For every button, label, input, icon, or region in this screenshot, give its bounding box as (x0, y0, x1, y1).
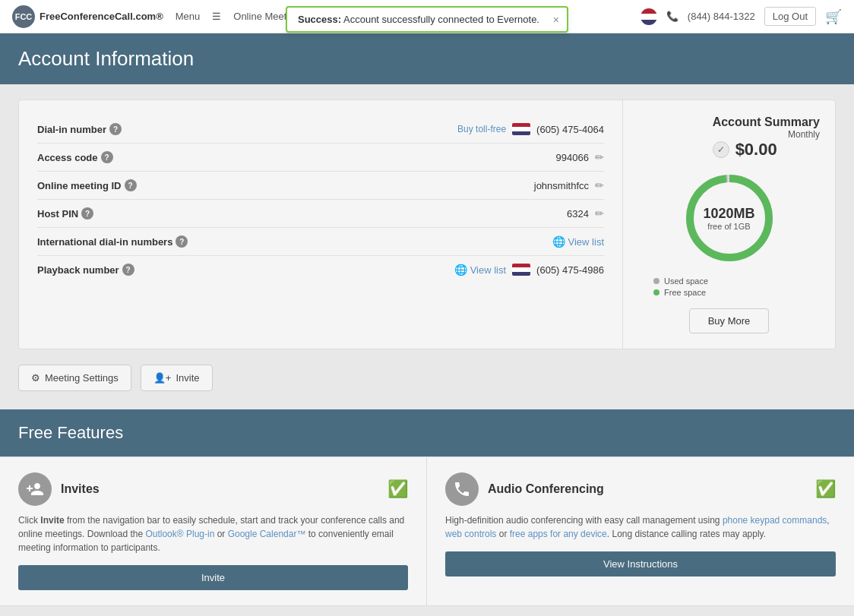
flag-icon (640, 8, 657, 25)
intl-view-list-link[interactable]: 🌐 View list (552, 235, 604, 248)
invites-check-icon: ✅ (387, 479, 408, 499)
playback-row: Playback number ? 🌐 View list (605) 475-… (37, 256, 604, 283)
used-legend-item: Used space (653, 276, 708, 286)
donut-label: 1020MB free of 1GB (703, 206, 754, 231)
meeting-settings-button[interactable]: ⚙ Meeting Settings (18, 365, 131, 391)
intl-label: International dial-in numbers ? (37, 235, 204, 248)
us-flag-playback-icon (512, 264, 530, 276)
logo-text: FreeConferenceCall.com® (40, 11, 163, 22)
access-code-value: 994066 ✏ (556, 151, 604, 163)
playback-view-list-link[interactable]: 🌐 View list (454, 264, 506, 276)
gear-icon: ⚙ (31, 372, 40, 384)
free-features-title: Free Features (18, 423, 836, 443)
online-meeting-edit-icon[interactable]: ✏ (595, 179, 604, 191)
invite-button[interactable]: 👤+ Invite (141, 365, 213, 391)
price-row: ✓ $0.00 (713, 140, 820, 160)
logo[interactable]: FCC FreeConferenceCall.com® (12, 5, 163, 28)
invites-title-area: Invites (18, 472, 100, 506)
page-title: Account Information (18, 47, 836, 71)
playback-label: Playback number ? (37, 264, 204, 276)
audio-desc: High-definition audio conferencing with … (445, 513, 836, 541)
invites-desc: Click Invite from the navigation bar to … (18, 513, 408, 554)
online-meeting-id-value: johnsmithfcc ✏ (534, 179, 604, 191)
success-message: Account successfully connected to Everno… (343, 14, 539, 25)
web-controls-link[interactable]: web controls (445, 529, 496, 539)
free-legend-item: Free space (653, 288, 708, 297)
audio-check-icon: ✅ (815, 479, 836, 499)
dial-in-help-icon[interactable]: ? (109, 123, 122, 135)
invites-title: Invites (61, 482, 100, 496)
page-header: Account Information (0, 33, 854, 84)
content-area: Dial-in number ? Buy toll-free (605) 475… (0, 84, 854, 616)
invites-icon (18, 472, 52, 506)
playback-value: 🌐 View list (605) 475-4986 (454, 264, 604, 276)
free-dot (653, 289, 659, 295)
access-code-edit-icon[interactable]: ✏ (595, 151, 604, 163)
host-pin-row: Host PIN ? 6324 ✏ (37, 200, 604, 228)
used-label: Used space (664, 276, 708, 286)
menu-label[interactable]: Menu (176, 11, 201, 22)
dial-in-number: (605) 475-4064 (536, 124, 604, 135)
account-info-card: Dial-in number ? Buy toll-free (605) 475… (18, 100, 836, 349)
dial-in-value: Buy toll-free (605) 475-4064 (457, 123, 604, 135)
free-label: Free space (664, 288, 706, 297)
features-grid: Invites ✅ Click Invite from the navigati… (0, 456, 854, 606)
price: $0.00 (735, 140, 777, 160)
us-flag-dial-icon (512, 123, 530, 135)
playback-help-icon[interactable]: ? (122, 264, 134, 276)
cart-icon[interactable]: 🛒 (825, 8, 842, 25)
access-code-label: Access code ? (37, 151, 204, 163)
audio-title: Audio Conferencing (488, 482, 604, 496)
invites-card: Invites ✅ Click Invite from the navigati… (0, 457, 427, 606)
audio-icon (445, 472, 479, 506)
audio-header: Audio Conferencing ✅ (445, 472, 836, 506)
action-buttons: ⚙ Meeting Settings 👤+ Invite (18, 365, 836, 391)
check-icon: ✓ (713, 141, 729, 158)
playback-number: (605) 475-4986 (536, 264, 604, 276)
invites-action-button[interactable]: Invite (18, 565, 408, 590)
access-code-help-icon[interactable]: ? (101, 151, 113, 163)
phone-icon: 📞 (666, 11, 678, 22)
storage-mb: 1020MB (703, 206, 754, 222)
buy-more-button[interactable]: Buy More (689, 308, 770, 333)
intl-value: 🌐 View list (552, 235, 604, 248)
gcal-link[interactable]: Google Calendar™ (228, 529, 306, 539)
logout-button[interactable]: Log Out (764, 7, 816, 26)
storage-legend: Used space Free space (653, 276, 708, 299)
account-summary-section: Account Summary Monthly ✓ $0.00 1020 (622, 100, 835, 349)
host-pin-help-icon[interactable]: ? (81, 207, 93, 220)
audio-title-area: Audio Conferencing (445, 472, 604, 506)
intl-row: International dial-in numbers ? 🌐 View l… (37, 228, 604, 256)
storage-donut: 1020MB free of 1GB (680, 169, 779, 267)
access-code-row: Access code ? 994066 ✏ (37, 144, 604, 172)
keypad-link[interactable]: phone keypad commands (723, 515, 827, 526)
invites-header: Invites ✅ (18, 472, 408, 506)
dial-in-row: Dial-in number ? Buy toll-free (605) 475… (37, 115, 604, 144)
audio-action-button[interactable]: View Instructions (445, 551, 836, 577)
account-info-section: Dial-in number ? Buy toll-free (605) 475… (19, 100, 622, 349)
account-summary-title: Account Summary (713, 115, 820, 129)
buy-toll-free-link[interactable]: Buy toll-free (457, 124, 506, 134)
intl-help-icon[interactable]: ? (176, 235, 188, 248)
dial-in-label: Dial-in number ? (37, 123, 204, 135)
invite-icon: 👤+ (153, 372, 172, 384)
monthly-label: Monthly (713, 129, 820, 140)
navbar: FCC FreeConferenceCall.com® Menu ☰ Onlin… (0, 0, 854, 33)
free-apps-link[interactable]: free apps for any device (510, 529, 607, 539)
host-pin-value: 6324 ✏ (567, 207, 604, 220)
online-meeting-help-icon[interactable]: ? (125, 179, 137, 191)
success-bold: Success: (298, 14, 341, 25)
online-meeting-id-row: Online meeting ID ? johnsmithfcc ✏ (37, 172, 604, 200)
success-close-button[interactable]: × (553, 14, 559, 26)
host-pin-label: Host PIN ? (37, 207, 204, 220)
playback-globe-icon: 🌐 (454, 264, 467, 276)
hamburger-icon[interactable]: ☰ (212, 11, 221, 22)
host-pin-edit-icon[interactable]: ✏ (595, 207, 604, 220)
globe-icon: 🌐 (552, 235, 565, 248)
navbar-right: 📞 (844) 844-1322 Log Out 🛒 (640, 7, 842, 26)
outlook-link[interactable]: Outlook® Plug-in (145, 529, 214, 539)
success-banner: Success: Account successfully connected … (286, 6, 568, 33)
free-features-header: Free Features (0, 409, 854, 456)
phone-number: (844) 844-1322 (688, 11, 755, 22)
online-meeting-id-label: Online meeting ID ? (37, 179, 204, 191)
